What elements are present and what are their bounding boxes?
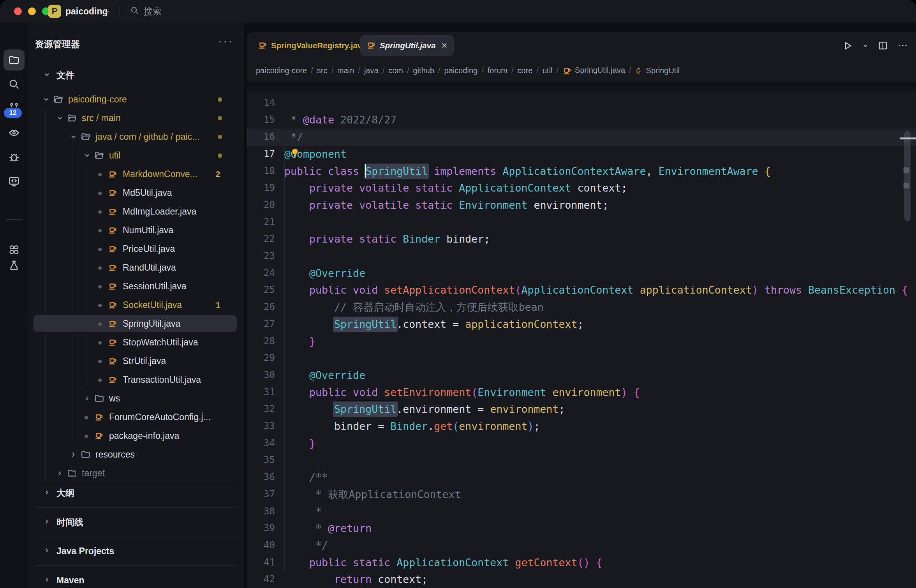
activity-explorer-icon[interactable]: [4, 49, 25, 70]
search-icon: [130, 6, 139, 17]
chevron-right-icon: [56, 464, 63, 482]
files-section-header[interactable]: 文件: [28, 67, 244, 84]
tab-label: SpringValueRegistry.java: [271, 41, 366, 50]
run-icon[interactable]: [842, 40, 853, 51]
breadcrumb-item[interactable]: util: [543, 66, 553, 75]
activity-terminal-icon[interactable]: [4, 171, 25, 192]
breadcrumb-separator: /: [327, 66, 337, 75]
code-line: 35 /**: [247, 435, 916, 452]
sidebar-more-icon[interactable]: ···: [218, 34, 233, 48]
tree-item-label: util: [109, 146, 120, 165]
tree-item[interactable]: package-info.java: [28, 426, 244, 445]
tree-item[interactable]: resources: [28, 445, 244, 464]
source-control-badge: 12: [4, 108, 22, 118]
tree-item[interactable]: Md5Util.java: [28, 183, 244, 202]
breadcrumb-item[interactable]: com: [388, 66, 403, 75]
titlebar: P paicoding 搜索: [0, 0, 916, 23]
lightbulb-icon[interactable]: [290, 148, 300, 158]
breadcrumb-item[interactable]: SpringUtil: [635, 66, 680, 75]
close-icon[interactable]: ✕: [441, 41, 448, 50]
tree-item[interactable]: ForumCoreAutoConfig.j...: [28, 408, 244, 426]
global-search[interactable]: 搜索: [130, 0, 162, 23]
folder-icon: [81, 132, 91, 142]
project-name[interactable]: paicoding: [65, 0, 108, 23]
run-dropdown-icon[interactable]: [862, 42, 868, 49]
tree-item[interactable]: SocketUtil.java1: [28, 296, 244, 314]
section-label: Java Projects: [56, 546, 114, 556]
scrollbar-thumb[interactable]: [904, 131, 911, 221]
tree-item[interactable]: MdImgLoader.java: [28, 202, 244, 221]
tree-item[interactable]: SessionUtil.java: [28, 277, 244, 296]
java-file-icon: [108, 300, 118, 310]
tree-item[interactable]: TransactionUtil.java: [28, 370, 244, 389]
symbol-class-icon: [635, 67, 643, 75]
code-line: 36 * 获取ApplicationContext: [247, 452, 916, 469]
code-line: 23 @Override: [247, 231, 916, 248]
section-header-2[interactable]: Java Projects: [28, 542, 244, 560]
tree-item[interactable]: util: [28, 146, 244, 165]
minimize-window-button[interactable]: [28, 7, 36, 15]
breadcrumb-item[interactable]: SpringUtil.java: [562, 66, 625, 76]
tree-item[interactable]: NumUtil.java: [28, 221, 244, 239]
tree-item[interactable]: target: [28, 464, 244, 482]
folder-icon: [67, 113, 77, 123]
breadcrumb-separator: /: [403, 66, 413, 75]
file-bullet-icon: [98, 229, 102, 232]
activity-test-flask-icon[interactable]: [4, 255, 25, 276]
code-editor[interactable]: 14 * @date 2022/8/27 15 */ 16 @Component…: [247, 82, 916, 588]
java-file-icon: [108, 244, 118, 254]
java-file-icon: [108, 169, 118, 179]
modified-dot: [218, 116, 222, 120]
chevron-right-icon: [44, 518, 50, 526]
breadcrumb-item[interactable]: main: [337, 66, 354, 75]
java-file-icon: [108, 225, 118, 235]
tree-item[interactable]: src / main: [28, 109, 244, 127]
change-count-badge: 2: [216, 165, 220, 183]
folder-icon: [94, 393, 104, 403]
java-cup-icon: [562, 66, 572, 75]
java-file-icon: [94, 412, 104, 422]
java-file-icon: [108, 337, 118, 347]
tree-item[interactable]: StrUtil.java: [28, 352, 244, 370]
chevron-down-icon[interactable]: [104, 9, 111, 17]
code-line: 30 public void setEnvironment(Environmen…: [247, 350, 916, 367]
tree-item-label: ForumCoreAutoConfig.j...: [109, 408, 211, 426]
breadcrumb-item[interactable]: forum: [488, 66, 507, 75]
java-file-icon: [108, 356, 118, 366]
breadcrumb-item[interactable]: java: [364, 66, 379, 75]
tree-item[interactable]: paicoding-core: [28, 90, 244, 109]
close-window-button[interactable]: [14, 7, 22, 15]
activity-eye-icon[interactable]: [4, 122, 25, 143]
breadcrumb-item[interactable]: github: [413, 66, 435, 75]
tab-active[interactable]: SpringUtil.java ✕: [360, 35, 454, 56]
folder-icon: [67, 468, 77, 478]
breadcrumb-item[interactable]: src: [317, 66, 328, 75]
code-line: 43: [247, 571, 916, 588]
code-line: 42 }: [247, 554, 916, 571]
split-editor-icon[interactable]: [878, 40, 888, 51]
breadcrumb-item[interactable]: paicoding-core: [256, 66, 307, 75]
tab-inactive[interactable]: SpringValueRegistry.java: [258, 32, 366, 59]
breadcrumb-item[interactable]: core: [517, 66, 532, 75]
chevron-right-icon: [44, 576, 50, 584]
java-file-icon: [366, 40, 376, 51]
more-actions-icon[interactable]: [897, 40, 908, 51]
activity-debug-icon[interactable]: [4, 146, 25, 167]
tree-item[interactable]: java / com / github / paic...: [28, 127, 244, 146]
section-header-0[interactable]: 大纲: [28, 484, 244, 502]
breadcrumb-separator: /: [553, 66, 563, 75]
tree-item[interactable]: RandUtil.java: [28, 258, 244, 277]
tree-item[interactable]: MarkdownConve...2: [28, 165, 244, 183]
code-line: 32 binder = Binder.get(environment);: [247, 384, 916, 401]
activity-search-icon[interactable]: [4, 74, 25, 95]
tree-item[interactable]: ws: [28, 389, 244, 408]
section-header-3[interactable]: Maven: [28, 572, 244, 588]
tree-item-label: MdImgLoader.java: [123, 202, 196, 221]
tree-item[interactable]: StopWatchUtil.java: [28, 333, 244, 352]
tree-item[interactable]: SpringUtil.java: [28, 314, 244, 333]
tree-item-label: StrUtil.java: [123, 352, 166, 370]
breadcrumb-item[interactable]: paicoding: [444, 66, 478, 75]
tree-item[interactable]: PriceUtil.java: [28, 239, 244, 258]
breadcrumb-separator: /: [477, 66, 488, 75]
section-header-1[interactable]: 时间线: [28, 514, 244, 531]
